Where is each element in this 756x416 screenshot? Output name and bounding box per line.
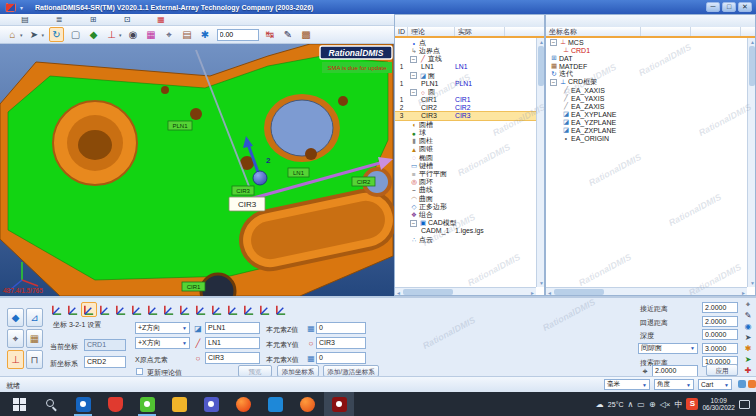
feature-tree-hscrollbar[interactable]: ◄ ► bbox=[395, 287, 536, 295]
coordinate-tool-11-icon[interactable] bbox=[209, 302, 225, 317]
coordinate-tool-1-icon[interactable] bbox=[49, 302, 65, 317]
select-box-icon[interactable]: ▢ bbox=[69, 27, 82, 42]
map-mode-button[interactable]: ▦ bbox=[26, 329, 43, 348]
coord-row-CRD1[interactable]: ⊥CRD1 bbox=[546, 46, 747, 54]
gauge-mode-button[interactable]: ⊿ bbox=[26, 308, 43, 327]
small-hole[interactable] bbox=[190, 108, 202, 120]
feature-row-键槽[interactable]: ▭键槽 bbox=[395, 161, 536, 169]
tag-cir2[interactable]: CIR2 bbox=[352, 177, 375, 186]
feature-tree-vscrollbar[interactable]: ▲ ▼ bbox=[536, 38, 544, 287]
feature-row-直线[interactable]: −╱直线 bbox=[395, 54, 536, 62]
feature-row-CIR2[interactable]: 2CIR2CIR2 bbox=[395, 104, 536, 112]
axes-icon[interactable]: ⊥▾ bbox=[105, 27, 122, 42]
coordinate-tool-5-icon[interactable] bbox=[113, 302, 129, 317]
value-field-2[interactable]: CIR3 bbox=[316, 337, 366, 349]
probe-icon[interactable]: ⌖ bbox=[746, 300, 751, 311]
spray-icon[interactable]: ✱ bbox=[199, 27, 212, 42]
hole-cir1[interactable] bbox=[201, 274, 235, 296]
viewport-3d[interactable]: 2 PLN1 LN1 CIR2 CIR1 CIR3 bbox=[0, 44, 394, 296]
feature-row-正多边形[interactable]: ◇正多边形 bbox=[395, 202, 536, 210]
coord-row-EA_YAXIS[interactable]: ╱EA_YAXIS bbox=[546, 94, 747, 102]
coord-row-EA_XYPLANE[interactable]: ◪EA_XYPLANE bbox=[546, 110, 747, 118]
feature-row-球[interactable]: ●球 bbox=[395, 128, 536, 136]
feature-row-圆环[interactable]: ◎圆环 bbox=[395, 177, 536, 185]
feature-row-CAD模型[interactable]: −▣CAD模型 bbox=[395, 218, 536, 226]
coord-row-EA_ZXPLANE[interactable]: ◪EA_ZXPLANE bbox=[546, 126, 747, 134]
feature-row-平行平面[interactable]: ≡平行平面 bbox=[395, 169, 536, 177]
blue-bird-app-taskbar-icon[interactable] bbox=[260, 392, 290, 416]
tolerance-input[interactable] bbox=[217, 27, 259, 42]
column-header-theory[interactable]: 理论 bbox=[408, 27, 455, 36]
coord-row-EA_ZAXIS[interactable]: ╱EA_ZAXIS bbox=[546, 102, 747, 110]
coord-row-CRD框架[interactable]: −⊥CRD框架 bbox=[546, 78, 747, 86]
collapse-toggle[interactable]: − bbox=[550, 79, 557, 86]
feature-row-点云[interactable]: ∴点云 bbox=[395, 235, 536, 243]
file-explorer-taskbar-icon[interactable] bbox=[164, 392, 194, 416]
firefox-taskbar-icon[interactable] bbox=[228, 392, 258, 416]
collapse-toggle[interactable]: − bbox=[410, 220, 417, 227]
colors-tab-icon[interactable]: ▦ bbox=[154, 15, 168, 25]
feature-field-2[interactable]: LN1 bbox=[205, 337, 260, 349]
color-palette-icon[interactable]: ▦ bbox=[145, 27, 158, 42]
rotate-view-icon[interactable]: ↻ bbox=[49, 27, 64, 42]
feature-field-1[interactable]: PLN1 bbox=[205, 322, 260, 334]
volume-muted-icon[interactable]: ◁× bbox=[660, 400, 671, 409]
coord-mode-dropdown[interactable]: Cart▼ bbox=[698, 379, 732, 390]
stylus-icon[interactable]: ✎ bbox=[745, 311, 752, 322]
tolerance-input[interactable] bbox=[217, 29, 259, 41]
tag-pln1[interactable]: PLN1 bbox=[168, 121, 192, 130]
tray-expand-icon[interactable]: ∧ bbox=[628, 400, 634, 409]
dropdown-caret-icon[interactable]: ▾ bbox=[119, 32, 122, 38]
home-icon[interactable]: ⌂▾ bbox=[6, 27, 23, 42]
coord-row-EA_XAXIS[interactable]: ╱EA_XAXIS bbox=[546, 86, 747, 94]
value-field-3[interactable]: 0 bbox=[316, 352, 366, 364]
tag-ln1[interactable]: LN1 bbox=[288, 168, 309, 177]
new-coord-field[interactable]: CRD2 bbox=[84, 356, 126, 368]
collapse-toggle[interactable]: − bbox=[410, 56, 417, 63]
feature-field-3[interactable]: CIR3 bbox=[205, 352, 260, 364]
angle-dropdown[interactable]: 角度▼ bbox=[654, 379, 694, 390]
param-field[interactable]: 0.0000 bbox=[702, 329, 738, 340]
column-header-actual[interactable]: 实际 bbox=[455, 27, 505, 36]
search-taskbar-icon[interactable] bbox=[36, 392, 66, 416]
temperature[interactable]: 25°C bbox=[608, 401, 624, 408]
sogou-input-icon[interactable]: S bbox=[686, 398, 698, 410]
coordinate-tool-12-icon[interactable] bbox=[225, 302, 241, 317]
eye-icon[interactable]: ◉ bbox=[127, 27, 140, 42]
device-icon[interactable]: ▭ bbox=[637, 400, 645, 409]
coordinate-hscrollbar[interactable]: ◄ ► bbox=[546, 287, 747, 295]
orange-ball-app-taskbar-icon[interactable] bbox=[292, 392, 322, 416]
coordinate-tool-4-icon[interactable] bbox=[97, 302, 113, 317]
small-hole[interactable] bbox=[305, 148, 317, 160]
trash-icon[interactable]: ▤ bbox=[181, 27, 194, 42]
apply-button[interactable]: 应用 bbox=[706, 364, 738, 376]
minimize-button[interactable]: ─ bbox=[706, 2, 720, 12]
start-button-taskbar-icon[interactable] bbox=[4, 392, 34, 416]
pointer-icon[interactable]: ➤ bbox=[745, 333, 752, 344]
collapse-toggle[interactable]: − bbox=[550, 39, 557, 46]
direction-dropdown-1[interactable]: +Z方向▼ bbox=[135, 322, 190, 334]
quick-menu-caret-icon[interactable]: ▾ bbox=[20, 4, 23, 11]
network-icon[interactable]: ⊕ bbox=[649, 400, 656, 409]
update-theory-checkbox[interactable] bbox=[136, 368, 143, 375]
value-field-1[interactable]: 0 bbox=[316, 322, 366, 334]
collapse-toggle[interactable]: − bbox=[410, 89, 417, 96]
coordinate-tool-13-icon[interactable] bbox=[241, 302, 257, 317]
probe-ball[interactable] bbox=[253, 171, 267, 185]
feature-row-CIR3[interactable]: 3CIR3CIR3 bbox=[395, 112, 536, 120]
feature-row-CADM_1[interactable]: CADM_11.iges.igs bbox=[395, 226, 536, 234]
feature-row-点[interactable]: •点 bbox=[395, 38, 536, 46]
monitor-tab-icon[interactable]: ⊡ bbox=[120, 15, 134, 25]
coord-row-MCS[interactable]: −⊥MCS bbox=[546, 38, 747, 46]
weather-icon[interactable]: ☁ bbox=[596, 400, 604, 409]
coord-row-EA_ORIGIN[interactable]: •EA_ORIGIN bbox=[546, 134, 747, 142]
coord-row-MATDEF[interactable]: ▦MATDEF bbox=[546, 62, 747, 70]
probe-tool-icon[interactable]: ⌖ bbox=[163, 27, 176, 42]
clearance-plane-dropdown[interactable]: 间隙面▼ bbox=[638, 343, 698, 354]
rationaldmis-taskbar-icon[interactable] bbox=[324, 392, 354, 416]
feature-row-圆柱[interactable]: ▮圆柱 bbox=[395, 136, 536, 144]
plane-rotate-icon[interactable]: ↹ bbox=[264, 27, 277, 42]
status-indicator-2-icon[interactable] bbox=[748, 380, 756, 388]
dropdown-caret-icon[interactable]: ▾ bbox=[20, 32, 23, 38]
coord-row-EA_YZPLANE[interactable]: ◪EA_YZPLANE bbox=[546, 118, 747, 126]
